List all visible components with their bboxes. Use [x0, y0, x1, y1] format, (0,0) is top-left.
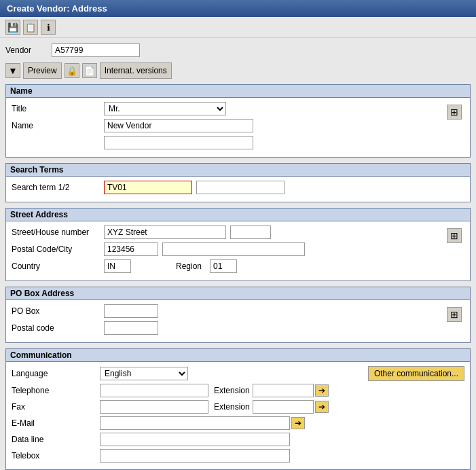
postal-input[interactable]: [104, 242, 158, 256]
title-bar: Create Vendor: Address: [0, 0, 476, 17]
vendor-input[interactable]: [52, 43, 140, 57]
language-select[interactable]: English German French: [100, 367, 188, 380]
po-postal-code-input[interactable]: [104, 321, 158, 335]
tel-ext-label: Extension: [214, 386, 250, 395]
title-select[interactable]: Mr. Ms. Mrs. Dr.: [104, 102, 226, 115]
fax-label: Fax: [12, 402, 100, 412]
vendor-label: Vendor: [5, 46, 46, 55]
copy2-icon[interactable]: 📄: [82, 63, 97, 78]
po-box-header: PO Box Address: [6, 287, 470, 300]
language-label: Language: [12, 369, 100, 378]
data-line-input[interactable]: [100, 433, 290, 446]
po-box-section-icon[interactable]: ⊞: [447, 307, 462, 322]
street-input[interactable]: [104, 225, 226, 239]
lock-icon[interactable]: 🔒: [65, 63, 79, 78]
name-section-icon[interactable]: ⊞: [447, 105, 462, 120]
communication-section: Communication Language English German Fr…: [5, 348, 471, 470]
search-term2-input[interactable]: [196, 181, 285, 194]
fax-arrow-icon[interactable]: ➔: [315, 401, 329, 413]
name-label: Name: [12, 121, 100, 130]
name-input[interactable]: [104, 119, 253, 132]
po-box-label: PO Box: [12, 306, 100, 316]
region-label: Region: [176, 261, 202, 271]
house-number-input[interactable]: [230, 225, 271, 239]
street-label: Street/House number: [12, 228, 100, 237]
search-terms-section: Search Terms Search term 1/2: [5, 163, 471, 202]
name2-input[interactable]: [104, 136, 253, 149]
filter-icon[interactable]: ▼: [5, 63, 20, 78]
preview-button[interactable]: Preview: [23, 62, 62, 79]
info-icon[interactable]: ℹ: [41, 20, 56, 35]
telephone-arrow-icon[interactable]: ➔: [315, 384, 329, 397]
region-input[interactable]: [210, 259, 237, 273]
po-postal-code-label: Postal code: [12, 323, 100, 333]
fax-input[interactable]: [100, 400, 208, 414]
search-terms-header: Search Terms: [6, 164, 470, 177]
postal-label: Postal Code/City: [12, 245, 100, 254]
street-address-header: Street Address: [6, 209, 470, 221]
po-box-section: PO Box Address PO Box Postal code ⊞: [5, 287, 471, 343]
street-section-icon[interactable]: ⊞: [447, 228, 462, 243]
email-label: E-Mail: [12, 418, 100, 428]
name-section-header: Name: [6, 85, 470, 98]
telebox-input[interactable]: [100, 449, 290, 463]
telephone-label: Telephone: [12, 386, 100, 395]
name-section: Name Title Mr. Ms. Mrs. Dr. Name: [5, 84, 471, 158]
toolbar: 💾 📋 ℹ: [0, 17, 476, 38]
country-label: Country: [12, 261, 100, 271]
communication-header: Communication: [6, 349, 470, 362]
page-title: Create Vendor: Address: [7, 3, 107, 14]
city-input[interactable]: [162, 242, 305, 256]
search-term-label: Search term 1/2: [12, 183, 100, 192]
email-input[interactable]: [100, 416, 290, 430]
fax-ext-input[interactable]: [253, 400, 314, 414]
copy-icon[interactable]: 📋: [23, 20, 38, 35]
data-line-label: Data line: [12, 435, 100, 444]
title-label: Title: [12, 104, 100, 113]
telebox-label: Telebox: [12, 451, 100, 460]
other-communication-button[interactable]: Other communication...: [368, 366, 464, 381]
country-input[interactable]: [104, 259, 131, 273]
international-versions-button[interactable]: Internat. versions: [100, 62, 172, 79]
email-arrow-icon[interactable]: ➔: [291, 417, 305, 429]
search-term1-input[interactable]: [104, 181, 192, 194]
street-address-section: Street Address Street/House number Posta…: [5, 208, 471, 281]
fax-ext-label: Extension: [214, 402, 250, 412]
tel-ext-input[interactable]: [253, 384, 314, 397]
save-icon[interactable]: 💾: [5, 20, 20, 35]
po-box-input[interactable]: [104, 304, 158, 318]
telephone-input[interactable]: [100, 384, 208, 397]
